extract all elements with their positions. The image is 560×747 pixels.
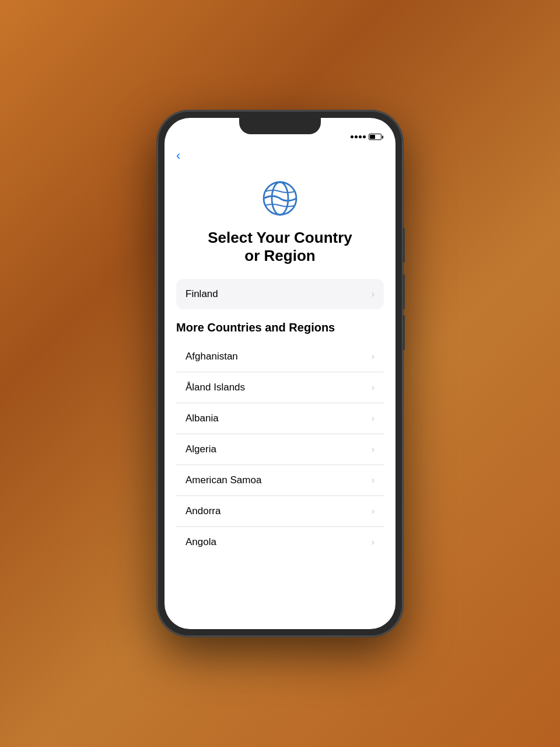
signal-dot-1 <box>351 135 354 138</box>
featured-country-row[interactable]: Finland › <box>176 279 384 309</box>
list-item[interactable]: Åland Islands › <box>176 372 384 403</box>
globe-container <box>176 166 384 229</box>
country-name-aland: Åland Islands <box>186 382 245 393</box>
country-name-angola: Angola <box>186 536 216 548</box>
phone-device: ‹ Select Your Country or <box>158 111 402 636</box>
screen-content: ‹ Select Your Country or <box>164 144 396 629</box>
back-button[interactable]: ‹ <box>164 144 396 166</box>
scroll-area[interactable]: Select Your Country or Region Finland › … <box>164 166 396 629</box>
list-item[interactable]: Albania › <box>176 403 384 434</box>
chevron-icon-4: › <box>372 475 374 486</box>
featured-country-name: Finland <box>186 288 218 300</box>
notch <box>239 118 321 134</box>
signal-dot-4 <box>363 135 366 138</box>
chevron-icon-5: › <box>372 506 374 516</box>
page-title: Select Your Country or Region <box>176 229 384 265</box>
featured-section: Finland › <box>176 279 384 309</box>
more-countries-section: More Countries and Regions Afghanistan ›… <box>176 321 384 557</box>
featured-country-chevron: › <box>372 289 374 299</box>
countries-list: Afghanistan › Åland Islands › Albania › <box>176 341 384 557</box>
country-name-algeria: Algeria <box>186 444 216 455</box>
signal-indicator <box>351 135 366 138</box>
list-item[interactable]: Angola › <box>176 527 384 557</box>
list-item[interactable]: American Samoa › <box>176 465 384 496</box>
signal-dot-2 <box>355 135 358 138</box>
more-section-label: More Countries and Regions <box>176 321 384 334</box>
back-chevron-icon: ‹ <box>176 148 180 163</box>
status-icons <box>351 134 382 140</box>
globe-icon <box>259 177 301 219</box>
list-item[interactable]: Algeria › <box>176 434 384 465</box>
country-name-andorra: Andorra <box>186 505 220 517</box>
phone-screen: ‹ Select Your Country or <box>164 118 396 629</box>
list-item[interactable]: Andorra › <box>176 496 384 527</box>
chevron-icon-3: › <box>372 444 374 455</box>
chevron-icon-0: › <box>372 351 374 362</box>
chevron-icon-1: › <box>372 382 374 393</box>
country-name-albania: Albania <box>186 413 219 424</box>
battery-fill <box>370 135 375 139</box>
battery-icon <box>369 134 382 140</box>
country-name-american-samoa: American Samoa <box>186 474 261 486</box>
signal-dot-3 <box>359 135 362 138</box>
chevron-icon-6: › <box>372 537 374 547</box>
chevron-icon-2: › <box>372 413 374 424</box>
country-name-afghanistan: Afghanistan <box>186 351 238 362</box>
list-item[interactable]: Afghanistan › <box>176 341 384 372</box>
